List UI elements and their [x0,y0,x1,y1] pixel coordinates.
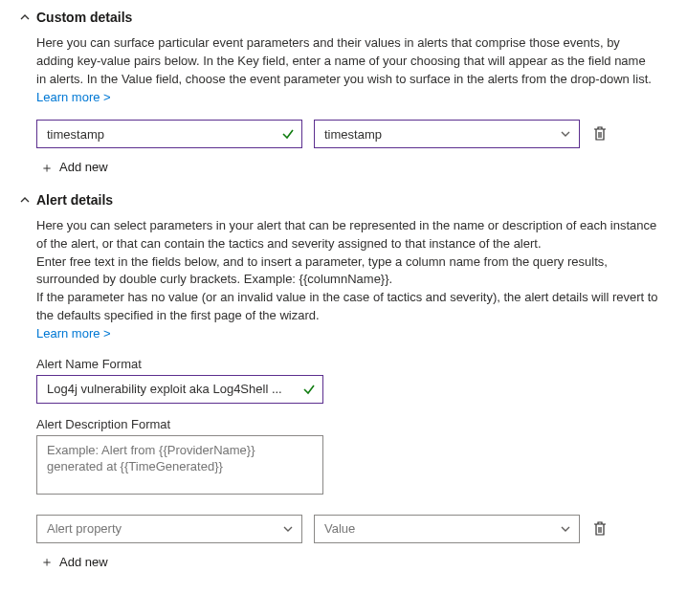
custom-value-dropdown[interactable]: timestamp [314,120,580,148]
plus-icon: ＋ [40,555,54,568]
alert-desc-format-textarea[interactable] [36,435,323,495]
custom-add-new-button[interactable]: ＋ Add new [36,160,108,174]
chevron-up-icon [19,194,31,206]
custom-key-input[interactable]: timestamp [36,120,302,148]
alert-add-new-button[interactable]: ＋ Add new [36,555,108,569]
chevron-down-icon [558,126,573,142]
custom-details-description: Here you can surface particular event pa… [36,34,658,106]
alert-desc-p1: Here you can select parameters in your a… [36,218,656,251]
custom-details-section: Custom details Here you can surface part… [19,10,668,175]
alert-property-placeholder: Alert property [47,521,122,536]
custom-details-header[interactable]: Custom details [19,10,668,25]
chevron-down-icon [558,521,573,537]
alert-desc-p2: Enter free text in the fields below, and… [36,254,608,287]
checkmark-icon [280,126,296,142]
plus-icon: ＋ [40,161,54,174]
alert-value-placeholder: Value [324,521,355,536]
chevron-down-icon [280,521,296,537]
custom-add-new-label: Add new [59,160,108,174]
alert-desc-format-label: Alert Description Format [36,417,658,431]
alert-details-title: Alert details [36,192,113,208]
custom-key-value: timestamp [47,127,104,142]
alert-add-new-label: Add new [59,555,108,569]
alert-details-header[interactable]: Alert details [19,192,668,208]
delete-row-button[interactable] [591,125,609,143]
chevron-up-icon [19,11,31,23]
checkmark-icon [301,382,317,397]
delete-row-button[interactable] [591,520,609,538]
alert-details-section: Alert details Here you can select parame… [19,192,668,569]
alert-details-description: Here you can select parameters in your a… [36,217,658,343]
alert-desc-p3: If the parameter has no value (or an inv… [36,290,658,322]
custom-value-text: timestamp [324,127,382,142]
custom-details-desc-text: Here you can surface particular event pa… [36,35,652,86]
alert-property-dropdown[interactable]: Alert property [36,515,302,543]
alert-value-dropdown[interactable]: Value [314,515,580,543]
alert-name-format-label: Alert Name Format [36,357,658,371]
custom-details-learn-more-link[interactable]: Learn more > [36,90,111,104]
custom-details-title: Custom details [36,10,132,25]
alert-name-format-input[interactable]: Log4j vulnerability exploit aka Log4Shel… [36,375,323,404]
alert-name-format-value: Log4j vulnerability exploit aka Log4Shel… [47,382,282,396]
alert-details-learn-more-link[interactable]: Learn more > [36,326,111,341]
